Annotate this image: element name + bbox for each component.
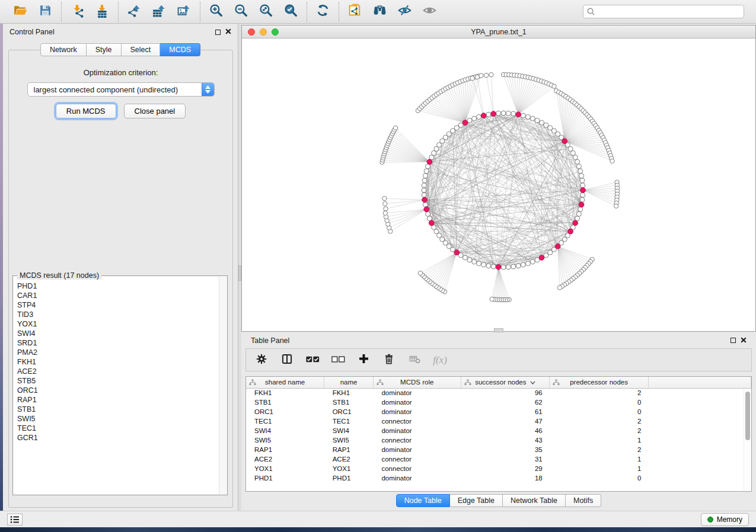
cell-filler xyxy=(648,454,751,464)
close-panel-button[interactable]: Close panel xyxy=(124,104,186,118)
cell-name: STB1 xyxy=(324,398,374,407)
mcds-result-item[interactable]: TEC1 xyxy=(17,424,219,433)
select-all-icon xyxy=(306,355,320,366)
mcds-result-item[interactable]: FKH1 xyxy=(17,357,219,367)
column-header-MCDS-role[interactable]: MCDS role xyxy=(373,377,461,388)
close-table-panel-icon[interactable] xyxy=(741,336,747,345)
mcds-result-item[interactable]: STB1 xyxy=(17,405,219,414)
task-history-button[interactable] xyxy=(7,514,23,525)
column-header-name[interactable]: name xyxy=(324,377,374,388)
mcds-result-item[interactable]: GCR1 xyxy=(17,433,219,443)
column-header-successor-nodes[interactable]: successor nodes xyxy=(461,377,550,388)
float-panel-icon[interactable] xyxy=(215,30,221,35)
tab-motifs[interactable]: Motifs xyxy=(566,494,601,507)
table-row[interactable]: FKH1FKH1dominator962 xyxy=(246,388,751,398)
close-panel-icon[interactable] xyxy=(225,28,231,36)
run-mcds-button[interactable]: Run MCDS xyxy=(56,104,116,118)
table-row[interactable]: PHD1PHD1dominator180 xyxy=(246,473,751,483)
refresh-layout-button[interactable] xyxy=(315,4,331,20)
table-row[interactable]: SWI5SWI5connector431 xyxy=(246,435,751,445)
zoom-fit-button[interactable] xyxy=(258,4,274,20)
zoom-selected-button[interactable] xyxy=(283,4,299,20)
save-session-icon xyxy=(38,3,53,20)
export-image-icon xyxy=(177,3,192,20)
destroy-column-button xyxy=(407,353,422,367)
memory-button[interactable]: Memory xyxy=(701,513,749,526)
mcds-result-item[interactable]: SWI5 xyxy=(17,414,219,424)
cell-predecessor-nodes: 0 xyxy=(550,407,649,416)
table-row[interactable]: RAP1RAP1dominator352 xyxy=(246,445,751,454)
table-row[interactable]: SWI4SWI4dominator462 xyxy=(246,426,751,435)
tab-select[interactable]: Select xyxy=(122,43,161,56)
export-table-button[interactable] xyxy=(151,4,167,20)
table-row[interactable]: ORC1ORC1dominator610 xyxy=(246,407,751,416)
import-network-button[interactable] xyxy=(69,4,85,20)
mcds-result-item[interactable]: YOX1 xyxy=(17,319,219,329)
mcds-result-scrollbar[interactable] xyxy=(219,277,227,494)
mcds-result-item[interactable]: SRD1 xyxy=(17,338,219,348)
import-table-button[interactable] xyxy=(94,4,110,20)
column-header-shared-name[interactable]: shared name xyxy=(246,377,324,388)
cell-MCDS-role: connector xyxy=(373,416,461,426)
mcds-result-item[interactable]: PHD1 xyxy=(17,281,219,291)
column-label: MCDS role xyxy=(400,379,433,386)
mcds-result-item[interactable]: SWI4 xyxy=(17,329,219,338)
mcds-result-item[interactable]: RAP1 xyxy=(17,395,219,405)
table-toolbar: f(x) xyxy=(245,348,752,371)
hide-selected-button[interactable] xyxy=(397,4,413,20)
network-search-button[interactable] xyxy=(372,4,388,20)
table-row[interactable]: YOX1YOX1connector291 xyxy=(246,464,751,473)
add-row-button[interactable] xyxy=(356,353,371,367)
cell-MCDS-role: dominator xyxy=(373,407,461,416)
network-window-titlebar: YPA_prune.txt_1 xyxy=(242,25,755,39)
zoom-out-button[interactable] xyxy=(233,4,249,20)
mcds-result-item[interactable]: TID3 xyxy=(17,310,219,319)
mcds-result-item[interactable]: STP4 xyxy=(17,300,219,310)
cell-shared-name: PHD1 xyxy=(246,473,324,483)
tab-edge-table[interactable]: Edge Table xyxy=(450,494,503,507)
mcds-result-item[interactable]: ACE2 xyxy=(17,367,219,376)
columns-button[interactable] xyxy=(280,353,294,367)
network-window-title: YPA_prune.txt_1 xyxy=(242,28,755,36)
cell-predecessor-nodes: 2 xyxy=(550,388,649,398)
gear-button[interactable] xyxy=(254,353,269,367)
cell-name: ACE2 xyxy=(324,454,374,464)
zoom-in-button[interactable] xyxy=(208,4,224,20)
control-panel: Control Panel NetworkStyleSelectMCDS Opt… xyxy=(3,24,238,511)
import-public-databases-button[interactable] xyxy=(347,4,363,20)
table-scrollbar[interactable] xyxy=(744,389,751,491)
mcds-panel: Optimization criterion: largest connecte… xyxy=(8,50,233,508)
select-all-button[interactable] xyxy=(305,353,320,367)
table-row[interactable]: ACE2ACE2connector311 xyxy=(246,454,751,464)
cell-shared-name: ACE2 xyxy=(246,454,324,464)
mcds-result-title: MCDS result (17 nodes) xyxy=(17,271,101,280)
save-session-button[interactable] xyxy=(37,4,53,20)
table-row[interactable]: STB1STB1dominator620 xyxy=(246,398,751,407)
mcds-result-item[interactable]: PMA2 xyxy=(17,348,219,357)
table-row[interactable]: TEC1TEC1connector472 xyxy=(246,416,751,426)
delete-row-button[interactable] xyxy=(382,353,396,367)
mcds-result-item[interactable]: ORC1 xyxy=(17,386,219,395)
show-hidden-button[interactable] xyxy=(422,4,438,20)
optimization-criterion-select[interactable]: largest connected component (undirected) xyxy=(27,82,215,97)
export-network-button[interactable] xyxy=(126,4,142,20)
export-image-button[interactable] xyxy=(176,4,192,20)
tab-mcds[interactable]: MCDS xyxy=(160,43,200,56)
tab-style[interactable]: Style xyxy=(87,43,122,56)
mcds-result-item[interactable]: STB5 xyxy=(17,376,219,386)
tab-network-table[interactable]: Network Table xyxy=(503,494,566,507)
mcds-result-item[interactable]: CAR1 xyxy=(17,291,219,300)
search-input[interactable] xyxy=(583,5,744,18)
float-table-panel-icon[interactable] xyxy=(731,338,736,343)
deselect-all-button[interactable] xyxy=(331,353,345,367)
cell-MCDS-role: dominator xyxy=(373,426,461,435)
open-file-button[interactable] xyxy=(12,4,28,20)
column-header-predecessor-nodes[interactable]: predecessor nodes xyxy=(550,377,649,388)
horizontal-splitter-handle[interactable] xyxy=(494,328,503,332)
table-scrollbar-thumb[interactable] xyxy=(745,392,750,440)
tab-node-table[interactable]: Node Table xyxy=(396,494,450,507)
tab-network[interactable]: Network xyxy=(40,43,87,56)
zoom-fit-icon xyxy=(259,3,273,20)
cell-successor-nodes: 43 xyxy=(461,435,550,445)
network-canvas[interactable] xyxy=(242,39,755,331)
